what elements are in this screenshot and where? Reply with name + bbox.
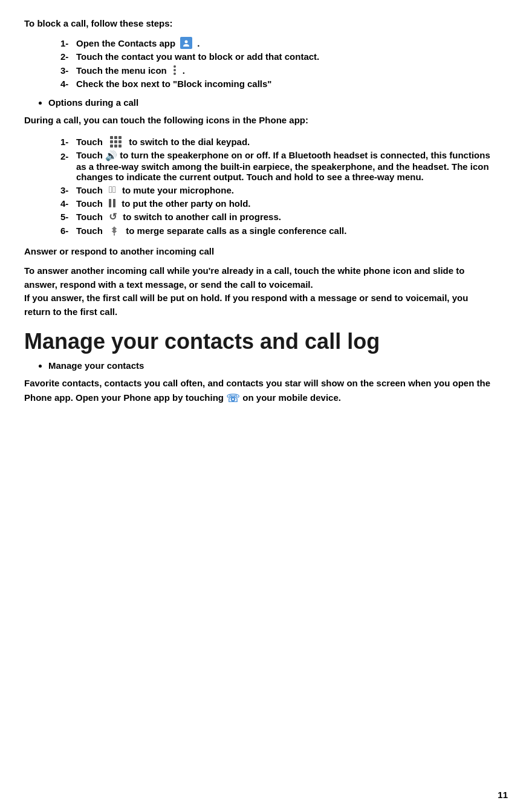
switch-icon: ↺: [109, 211, 117, 222]
manage-bullet-section: Manage your contacts: [48, 360, 496, 371]
call-step-1: 1- Touch to switch to the dial keypad.: [60, 136, 496, 148]
step-2: 2- Touch the contact you want to block o…: [60, 51, 496, 62]
call-step-4: 4- Touch to put the other party on hold.: [60, 198, 496, 209]
during-call-para: During a call, you can touch the followi…: [24, 114, 496, 128]
svg-point-0: [185, 41, 188, 44]
call-step-5: 5- Touch ↺ to switch to another call in …: [60, 211, 496, 222]
favorite-para: Favorite contacts, contacts you call oft…: [24, 377, 496, 407]
contacts-app-icon: [180, 37, 192, 49]
call-step-3: 3- Touch 🎤⃠ to mute your microphone.: [60, 184, 496, 195]
block-call-steps: 1- Open the Contacts app . 2- Touch the …: [60, 37, 496, 89]
options-bullet-section: Options during a call: [48, 97, 496, 108]
call-step-2: 2- Touch 🔊 to turn the speakerphone on o…: [60, 150, 496, 183]
step-3: 3- Touch the menu icon .: [60, 64, 496, 76]
manage-bullet: Manage your contacts: [48, 360, 496, 371]
manage-heading: Manage your contacts and call log: [24, 328, 496, 354]
phone-app-icon: ☏: [226, 391, 240, 407]
dialpad-icon: [110, 136, 122, 148]
hold-icon: [109, 198, 115, 209]
step-4: 4- Check the box next to "Block incoming…: [60, 79, 496, 89]
block-call-heading: To block a call, follow these steps:: [24, 18, 496, 28]
answer-heading: Answer or respond to another incoming ca…: [24, 245, 496, 259]
merge-icon: [109, 225, 120, 236]
call-step-6: 6- Touch to merge separate calls as a si…: [60, 225, 496, 236]
speaker-icon: 🔊: [105, 150, 117, 161]
step-1: 1- Open the Contacts app .: [60, 37, 496, 49]
answer-para: To answer another incoming call while yo…: [24, 264, 496, 319]
call-steps: 1- Touch to switch to the dial keypad. 2…: [60, 136, 496, 236]
page-number: 11: [498, 790, 508, 800]
menu-dots-icon: [170, 64, 179, 76]
options-bullet: Options during a call: [48, 97, 496, 108]
mute-icon: 🎤⃠: [109, 184, 116, 195]
